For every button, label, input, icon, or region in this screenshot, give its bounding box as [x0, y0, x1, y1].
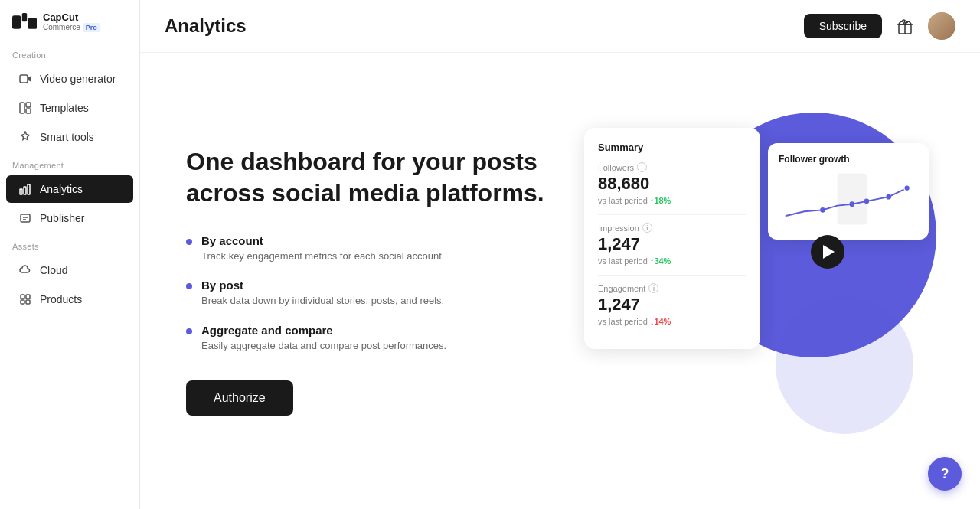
- sidebar-item-templates-label: Templates: [40, 102, 89, 114]
- svg-rect-9: [28, 184, 30, 194]
- feature-title: Aggregate and compare: [201, 324, 446, 337]
- impression-info-icon[interactable]: i: [642, 223, 652, 233]
- content-area: One dashboard for your posts across soci…: [140, 53, 980, 509]
- svg-point-17: [820, 207, 825, 213]
- list-item: Aggregate and compare Easily aggregate d…: [186, 324, 584, 354]
- subscribe-button[interactable]: Subscribe: [804, 14, 882, 38]
- summary-card: Summary Followers i 88,680 vs last perio…: [584, 128, 760, 349]
- smart-tools-icon: [18, 130, 32, 144]
- svg-rect-4: [20, 103, 24, 113]
- play-button[interactable]: [811, 235, 844, 269]
- svg-rect-0: [12, 15, 21, 29]
- main-content: Analytics Subscribe One dashboard for yo…: [140, 0, 980, 509]
- svg-rect-13: [21, 300, 24, 304]
- svg-rect-16: [838, 173, 867, 224]
- creation-section-label: Creation: [0, 41, 139, 64]
- list-item: By account Track key engagement metrics …: [186, 234, 584, 264]
- feature-dot: [186, 239, 192, 245]
- engagement-value: 1,247: [598, 295, 746, 315]
- authorize-button[interactable]: Authorize: [186, 380, 293, 416]
- svg-rect-7: [20, 189, 22, 194]
- followers-change: vs last period ↑18%: [598, 196, 746, 205]
- sidebar-item-products-label: Products: [40, 293, 82, 305]
- feature-dot: [186, 283, 192, 289]
- engagement-label: Engagement i: [598, 283, 746, 293]
- engagement-change: vs last period ↓14%: [598, 317, 746, 326]
- video-generator-icon: [18, 72, 32, 86]
- list-item: By post Break data down by individual st…: [186, 279, 584, 308]
- hero-title: One dashboard for your posts across soci…: [186, 146, 584, 210]
- svg-point-19: [864, 199, 870, 204]
- svg-rect-6: [26, 109, 31, 113]
- svg-rect-11: [21, 295, 24, 299]
- svg-rect-5: [26, 103, 31, 107]
- engagement-info-icon[interactable]: i: [648, 283, 658, 293]
- sidebar-item-templates[interactable]: Templates: [6, 94, 133, 122]
- logo: CapCut Commerce Pro: [0, 0, 139, 41]
- sidebar-item-products[interactable]: Products: [6, 285, 133, 313]
- avatar: [928, 12, 956, 40]
- sidebar-item-cloud-label: Cloud: [40, 264, 68, 276]
- impression-label: Impression i: [598, 223, 746, 233]
- analytics-icon: [18, 182, 32, 196]
- sidebar-item-smart-tools-label: Smart tools: [40, 131, 94, 143]
- logo-icon: [12, 13, 37, 31]
- impression-value: 1,247: [598, 234, 746, 254]
- svg-rect-2: [28, 18, 37, 28]
- left-panel: One dashboard for your posts across soci…: [186, 146, 584, 416]
- feature-list: By account Track key engagement metrics …: [186, 234, 584, 354]
- feature-content: Aggregate and compare Easily aggregate d…: [201, 324, 446, 354]
- feature-description: Easily aggregate data and compare post p…: [201, 338, 446, 354]
- products-icon: [18, 292, 32, 306]
- svg-point-20: [886, 194, 891, 200]
- follower-growth-card: Follower growth: [768, 143, 929, 240]
- followers-value: 88,680: [598, 174, 746, 194]
- page-title: Analytics: [165, 15, 247, 37]
- assets-section-label: Assets: [0, 233, 139, 256]
- feature-content: By account Track key engagement metrics …: [201, 234, 444, 264]
- svg-point-18: [849, 201, 854, 207]
- sidebar-item-video-generator[interactable]: Video generator: [6, 65, 133, 93]
- growth-card-title: Follower growth: [779, 154, 918, 165]
- sidebar-item-analytics-label: Analytics: [40, 183, 83, 195]
- feature-description: Break data down by individual stories, p…: [201, 293, 444, 308]
- light-circle-decoration: [776, 296, 913, 434]
- cloud-icon: [18, 263, 32, 277]
- svg-point-21: [904, 185, 910, 191]
- gift-icon: [897, 18, 913, 34]
- sidebar-item-publisher[interactable]: Publisher: [6, 204, 133, 232]
- summary-title: Summary: [598, 142, 746, 153]
- templates-icon: [18, 101, 32, 115]
- svg-rect-8: [24, 187, 26, 194]
- logo-title: CapCut: [43, 12, 100, 23]
- topbar-actions: Subscribe: [804, 12, 956, 40]
- feature-description: Track key engagement metrics for each so…: [201, 249, 444, 264]
- publisher-icon: [18, 211, 32, 225]
- impression-change: vs last period ↑34%: [598, 256, 746, 266]
- svg-rect-14: [26, 300, 30, 304]
- divider: [598, 275, 746, 276]
- sidebar-item-publisher-label: Publisher: [40, 212, 84, 224]
- logo-subtitle: Commerce Pro: [43, 23, 100, 32]
- feature-dot: [186, 328, 192, 334]
- management-section-label: Management: [0, 152, 139, 175]
- divider: [598, 214, 746, 215]
- sidebar-item-smart-tools[interactable]: Smart tools: [6, 123, 133, 151]
- topbar: Analytics Subscribe: [140, 0, 980, 53]
- feature-content: By post Break data down by individual st…: [201, 279, 444, 308]
- sidebar-item-analytics[interactable]: Analytics: [6, 175, 133, 203]
- feature-title: By post: [201, 279, 444, 292]
- help-button[interactable]: ?: [928, 457, 962, 491]
- sidebar-item-cloud[interactable]: Cloud: [6, 256, 133, 284]
- followers-info-icon[interactable]: i: [637, 162, 647, 172]
- sidebar: CapCut Commerce Pro Creation Video gener…: [0, 0, 140, 509]
- followers-label: Followers i: [598, 162, 746, 172]
- svg-rect-10: [21, 214, 30, 222]
- sidebar-item-video-generator-label: Video generator: [40, 73, 116, 85]
- avatar-button[interactable]: [928, 12, 956, 40]
- svg-rect-12: [26, 295, 30, 299]
- play-arrow-icon: [823, 245, 835, 259]
- feature-title: By account: [201, 234, 444, 247]
- gift-icon-button[interactable]: [891, 12, 919, 40]
- svg-rect-3: [20, 75, 28, 83]
